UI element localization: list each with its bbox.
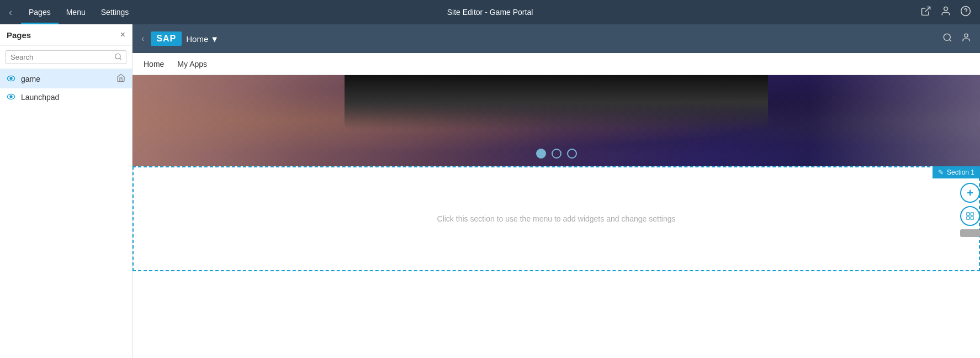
sidebar: Pages × game [0, 24, 133, 358]
sidebar-close-button[interactable]: × [120, 30, 125, 40]
svg-line-11 [949, 39, 951, 41]
content-area: ‹ SAP Home ▼ [133, 24, 980, 358]
hero-right-glow [811, 75, 980, 166]
sidebar-item-launchpad-label: Launchpad [21, 93, 59, 102]
svg-rect-15 [967, 217, 970, 219]
section-grid-button[interactable] [960, 206, 980, 226]
back-arrow-icon[interactable]: ‹ [9, 7, 12, 18]
page-title-text: Home [186, 34, 208, 44]
user-icon[interactable] [940, 6, 951, 19]
sidebar-title: Pages [7, 30, 31, 40]
sidebar-item-game-label: game [21, 75, 40, 83]
hero-section[interactable] [133, 75, 980, 166]
site-nav: Home My Apps [133, 53, 980, 75]
site-back-arrow[interactable]: ‹ [141, 34, 144, 44]
hero-dot-2[interactable] [552, 149, 561, 159]
section-placeholder: Click this section to use the menu to ad… [437, 214, 676, 223]
search-icon [114, 52, 122, 62]
svg-line-5 [120, 58, 121, 60]
top-nav-right [920, 6, 971, 19]
sidebar-search-container [0, 46, 132, 69]
svg-point-7 [10, 77, 12, 80]
site-page-title[interactable]: Home ▼ [186, 34, 219, 44]
section-1[interactable]: ✎ Section 1 Click this section to use th… [133, 166, 980, 271]
hero-carousel-dots [536, 149, 577, 159]
eye-icon-launchpad [7, 93, 15, 102]
site-nav-myapps-label: My Apps [177, 60, 207, 69]
site-frame: ‹ SAP Home ▼ [133, 24, 980, 358]
site-search-icon[interactable] [942, 33, 952, 45]
svg-point-10 [944, 34, 950, 40]
nav-tab-menu[interactable]: Menu [59, 0, 93, 24]
nav-tab-pages[interactable]: Pages [21, 0, 59, 24]
editor-title: Site Editor - Game Portal [447, 8, 533, 17]
main-layout: Pages × game [0, 24, 980, 358]
site-nav-home-label: Home [144, 60, 164, 69]
hero-dot-1[interactable] [536, 149, 546, 159]
svg-point-12 [965, 34, 968, 37]
site-header: ‹ SAP Home ▼ [133, 24, 980, 53]
top-nav-left: ‹ Pages Menu Settings [9, 0, 136, 24]
section-drag-handle[interactable] [960, 229, 980, 237]
svg-point-1 [944, 7, 948, 10]
sidebar-header: Pages × [0, 24, 132, 46]
hero-device-element [345, 75, 769, 130]
section-label-text: Section 1 [947, 169, 974, 176]
svg-point-4 [115, 54, 120, 59]
sidebar-item-game[interactable]: game [0, 69, 132, 88]
eye-icon [7, 75, 15, 83]
page-dropdown-icon: ▼ [210, 34, 219, 44]
svg-line-0 [925, 7, 930, 12]
svg-rect-13 [967, 213, 970, 215]
search-input[interactable] [6, 50, 126, 64]
hero-dot-3[interactable] [567, 149, 577, 159]
svg-point-9 [10, 96, 12, 98]
site-nav-myapps[interactable]: My Apps [171, 53, 214, 75]
site-nav-home[interactable]: Home [141, 53, 171, 75]
section-controls: + [960, 183, 980, 237]
site-header-right [942, 33, 971, 45]
svg-rect-16 [971, 217, 973, 219]
export-icon[interactable] [920, 6, 931, 19]
sidebar-item-launchpad[interactable]: Launchpad [0, 88, 132, 106]
site-user-icon[interactable] [961, 33, 971, 45]
sap-logo: SAP [151, 31, 182, 46]
section-label-bar[interactable]: ✎ Section 1 [933, 166, 980, 178]
section-add-button[interactable]: + [960, 183, 980, 203]
home-icon [116, 73, 125, 84]
section-edit-icon: ✎ [938, 169, 944, 176]
nav-tab-settings[interactable]: Settings [93, 0, 137, 24]
svg-rect-14 [971, 213, 973, 215]
top-nav-bar: ‹ Pages Menu Settings Site Editor - Game… [0, 0, 980, 24]
help-icon[interactable] [960, 6, 971, 19]
